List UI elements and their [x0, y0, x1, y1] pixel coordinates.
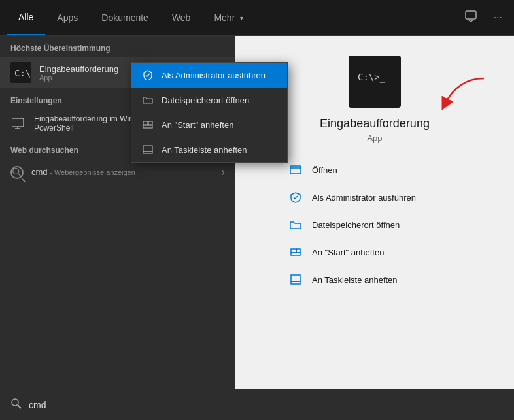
ctx-run-admin-label: Als Administrator ausführen	[162, 71, 266, 80]
preview-app-type: App	[367, 133, 382, 143]
ctx-pin-taskbar[interactable]: An Taskleiste anheften	[131, 137, 287, 162]
open-label: Öffnen	[312, 165, 337, 175]
svg-rect-15	[291, 282, 300, 284]
web-search-item[interactable]: cmd - Webergebnisse anzeigen ›	[0, 159, 235, 186]
ctx-pin-start[interactable]: An "Start" anheften	[131, 112, 287, 137]
tab-alle[interactable]: Alle	[7, 0, 45, 35]
ctx-pin-taskbar-label: An Taskleiste anheften	[162, 145, 247, 155]
search-window: Alle Apps Dokumente Web Mehr ▾ ··· Höchs…	[0, 0, 514, 420]
svg-rect-11	[291, 249, 296, 253]
tab-web[interactable]: Web	[160, 0, 203, 35]
pin-start-icon	[288, 245, 303, 259]
chevron-right-icon: ›	[221, 165, 225, 179]
svg-rect-16	[143, 121, 148, 125]
open-menu-item[interactable]: Öffnen	[283, 156, 466, 184]
ctx-open-location[interactable]: Dateispeicherort öffnen	[131, 88, 287, 112]
run-admin-label: Als Administrator ausführen	[312, 193, 416, 202]
open-location-menu-item[interactable]: Dateispeicherort öffnen	[283, 211, 466, 238]
shield-icon	[288, 190, 303, 204]
ctx-open-location-label: Dateispeicherort öffnen	[162, 95, 249, 105]
search-input[interactable]	[29, 400, 504, 410]
monitor-icon	[10, 116, 26, 131]
svg-rect-14	[291, 275, 300, 282]
feedback-icon[interactable]	[460, 8, 482, 27]
best-match-label: Höchste Übereinstimmung	[0, 36, 235, 57]
result-name: Eingabeaufforderung	[39, 64, 118, 74]
svg-rect-3	[12, 118, 24, 127]
preview-app-name: Eingabeaufforderung	[320, 117, 430, 131]
svg-point-6	[13, 168, 19, 174]
svg-rect-10	[290, 166, 301, 174]
pin-taskbar-menu-item[interactable]: An Taskleiste anheften	[283, 266, 466, 293]
open-icon	[288, 163, 303, 177]
svg-text:C:\>_: C:\>_	[358, 72, 386, 83]
content-area: Höchste Übereinstimmung C:\ Eingabeauffo…	[0, 36, 514, 389]
more-options-icon[interactable]: ···	[488, 9, 507, 26]
result-type: App	[39, 74, 118, 82]
nav-right-icons: ···	[460, 8, 507, 27]
web-query: cmd - Webergebnisse anzeigen	[31, 167, 213, 177]
tab-dokumente[interactable]: Dokumente	[90, 0, 160, 35]
svg-rect-12	[296, 249, 300, 253]
open-location-label: Dateispeicherort öffnen	[312, 220, 400, 230]
result-text: Eingabeaufforderung App	[39, 64, 118, 82]
ctx-pin-start-label: An "Start" anheften	[162, 120, 233, 130]
svg-line-22	[18, 405, 21, 408]
red-arrow-annotation	[438, 75, 490, 117]
svg-rect-19	[143, 146, 152, 152]
pin-taskbar-icon	[288, 272, 303, 287]
pin-taskbar-label: An Taskleiste anheften	[312, 275, 398, 285]
context-menu: Als Administrator ausführen Dateispeiche…	[131, 62, 288, 163]
app-preview: C:\>_	[349, 56, 401, 108]
cmd-icon: C:\	[10, 62, 31, 83]
svg-rect-13	[291, 253, 300, 255]
ctx-run-admin[interactable]: Als Administrator ausführen	[131, 63, 287, 88]
ctx-pin-taskbar-icon	[142, 144, 154, 155]
svg-rect-18	[143, 125, 152, 128]
web-query-text: cmd - Webergebnisse anzeigen	[31, 167, 213, 177]
ctx-shield-icon	[142, 69, 154, 81]
search-bar	[0, 389, 514, 420]
tab-mehr[interactable]: Mehr ▾	[202, 0, 255, 35]
pin-start-menu-item[interactable]: An "Start" anheften	[283, 238, 466, 266]
search-circle-icon	[10, 166, 24, 179]
search-icon	[10, 398, 22, 412]
ctx-pin-start-icon	[142, 119, 154, 131]
svg-rect-0	[466, 11, 476, 19]
ctx-folder-icon	[142, 94, 154, 106]
pin-start-label: An "Start" anheften	[312, 248, 384, 257]
tab-apps[interactable]: Apps	[45, 0, 90, 35]
svg-point-21	[12, 399, 18, 406]
svg-text:C:\: C:\	[14, 68, 30, 78]
run-admin-menu-item[interactable]: Als Administrator ausführen	[283, 184, 466, 211]
svg-rect-20	[143, 152, 152, 153]
chevron-down-icon: ▾	[240, 14, 243, 22]
folder-icon	[288, 218, 303, 232]
right-panel-menu: Öffnen Als Administrator ausführen	[283, 156, 466, 293]
nav-tabs: Alle Apps Dokumente Web Mehr ▾ ···	[0, 0, 514, 36]
svg-rect-17	[148, 121, 152, 125]
svg-line-7	[18, 173, 21, 176]
